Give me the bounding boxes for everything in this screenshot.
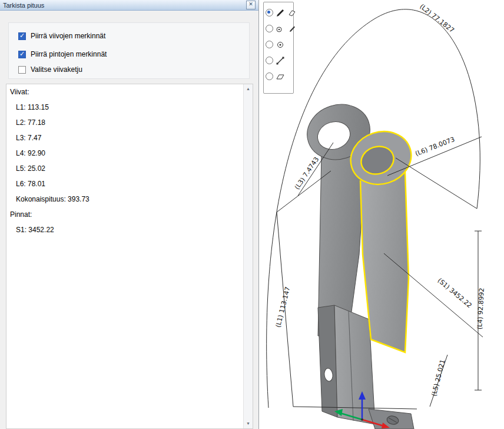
tool-edge-draw-radio[interactable] <box>266 25 273 32</box>
channel-left-face[interactable] <box>318 305 337 417</box>
checkbox-row-draw-line-marks[interactable]: Piirrä viivojen merkinnät <box>18 32 105 40</box>
tool-row-annotate[interactable] <box>266 5 291 21</box>
dialog-title: Tarkista pituus <box>3 2 44 9</box>
scroll-down-icon[interactable]: ▼ <box>244 419 253 428</box>
list-scrollbar[interactable]: ▲ ▼ <box>243 84 253 428</box>
line-select-icon <box>276 56 285 65</box>
tool-row-line[interactable] <box>266 52 291 68</box>
dim-label-l1: (L1) 113.147 <box>274 286 292 328</box>
witness-line-right <box>396 158 477 209</box>
pencil-icon <box>276 8 285 18</box>
checkbox-row-select-chain[interactable]: Valitse viivaketju <box>18 65 82 74</box>
tool-point-radio[interactable] <box>266 41 273 48</box>
viewport-3d-scene[interactable]: (L2) 77.1827 (L3) 7.4743 (L6) 78.0073 (L… <box>259 0 504 429</box>
measurement-line-l4: L4: 92.90 <box>16 149 45 157</box>
dialog-titlebar[interactable]: Tarkista pituus ✕ <box>0 0 258 11</box>
options-groupbox: Piirrä viivojen merkinnät Piirrä pintoje… <box>8 22 250 79</box>
surfaces-section-header: Pinnat: <box>10 210 32 219</box>
scroll-up-icon[interactable]: ▲ <box>244 84 253 94</box>
point-select-icon <box>276 40 285 50</box>
tool-row-point[interactable] <box>266 37 291 52</box>
selection-tool-palette <box>263 2 294 94</box>
part-body[interactable] <box>300 97 418 429</box>
eraser-icon <box>287 8 297 18</box>
face-select-icon <box>276 72 285 81</box>
check-length-dialog: Tarkista pituus ✕ Piirrä viivojen merkin… <box>0 0 259 429</box>
dim-label-l4: (L4) 92.8992 <box>476 288 486 329</box>
application-window: Tarkista pituus ✕ Piirrä viivojen merkin… <box>0 0 504 429</box>
measurement-line-l5: L5: 25.02 <box>16 164 45 173</box>
measurement-line-l1: L1: 113.15 <box>16 103 49 111</box>
tool-line-radio[interactable] <box>266 57 273 64</box>
dim-label-l3: (L3) 7.4743 <box>293 156 320 191</box>
cad-viewport[interactable]: (L2) 77.1827 (L3) 7.4743 (L6) 78.0073 (L… <box>259 0 504 429</box>
lines-section-header: Viivat: <box>10 88 29 96</box>
select-chain-checkbox[interactable] <box>18 66 26 74</box>
circle-dot-icon <box>276 24 285 34</box>
measurement-line-l3: L3: 7.47 <box>16 134 41 142</box>
tool-row-edge-draw[interactable] <box>266 21 291 37</box>
tool-row-face[interactable] <box>266 68 291 84</box>
tool-annotate-radio[interactable] <box>266 9 273 16</box>
select-chain-label: Valitse viivaketju <box>31 65 82 74</box>
dim-label-l6: (L6) 78.0073 <box>414 136 456 157</box>
measurement-total: Kokonaispituus: 393.73 <box>16 195 89 203</box>
draw-surface-marks-label: Piirrä pintojen merkinnät <box>31 50 107 58</box>
pencil-small-icon <box>287 24 297 34</box>
dim-label-l2: (L2) 77.1827 <box>418 2 456 34</box>
dim-label-l5: (L5) 25.021 <box>430 359 447 397</box>
draw-line-marks-label: Piirrä viivojen merkinnät <box>31 32 105 40</box>
checkbox-row-draw-surface-marks[interactable]: Piirrä pintojen merkinnät <box>18 50 107 58</box>
draw-line-marks-checkbox[interactable] <box>18 32 26 40</box>
triad-origin <box>361 418 363 421</box>
close-icon[interactable]: ✕ <box>246 1 256 9</box>
measurement-line-l2: L2: 77.18 <box>16 118 45 127</box>
measurement-line-l6: L6: 78.01 <box>16 180 45 188</box>
dim-label-s1: (S1) 3452.22 <box>436 276 473 309</box>
measurement-results-list: Viivat: L1: 113.15 L2: 77.18 L3: 7.47 L4… <box>6 84 253 429</box>
draw-surface-marks-checkbox[interactable] <box>18 51 26 58</box>
measurement-surface-s1: S1: 3452.22 <box>16 226 54 234</box>
tool-face-radio[interactable] <box>266 72 273 80</box>
